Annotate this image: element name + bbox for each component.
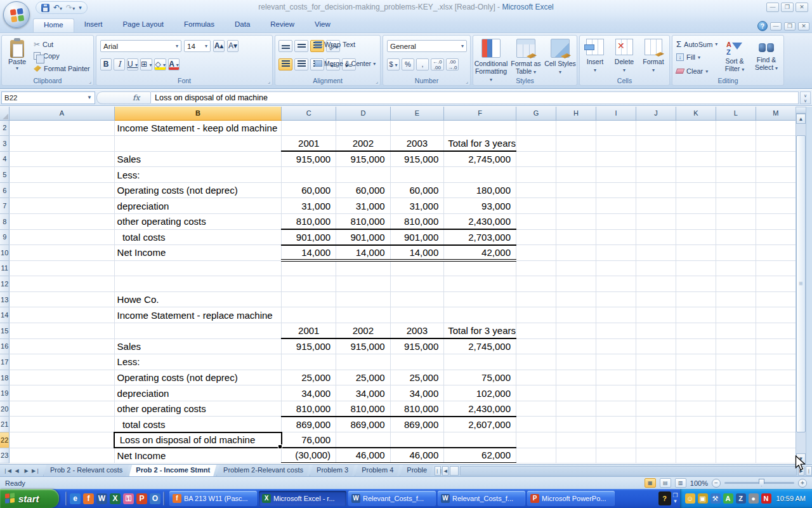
firefox-icon[interactable]: f [83,493,94,504]
fill-button[interactable]: ↓Fill▾ [676,53,700,61]
format-as-table-button[interactable]: Format as Table ▾ [509,39,543,76]
cell-A13[interactable] [10,291,114,307]
keys-icon[interactable]: ⚿ [123,493,134,504]
cell-B19[interactable]: depreciation [114,385,282,401]
cell-E11[interactable] [390,260,444,276]
cell-B9[interactable]: total costs [114,229,282,245]
cell-D23[interactable]: 46,000 [336,448,391,464]
start-button[interactable]: start [0,489,59,508]
align-center-button[interactable] [294,58,308,70]
cell-A19[interactable] [10,385,114,401]
cell-D19[interactable]: 34,000 [336,385,391,401]
cell-E6[interactable]: 60,000 [390,182,444,198]
shield-icon[interactable]: ▣ [698,493,708,504]
delete-cells-button[interactable]: Delete▾ [610,39,638,73]
undo-button[interactable]: ↶▾ [53,3,62,12]
name-box[interactable]: B22▼ [1,91,95,104]
cell-H22[interactable] [556,432,596,448]
clear-button[interactable]: Clear▾ [676,67,708,75]
cell-I20[interactable] [596,401,636,417]
cell-M11[interactable] [756,260,796,276]
cell-C5[interactable] [282,167,336,183]
horizontal-scroll-thumb[interactable] [450,466,459,476]
cell-J11[interactable] [636,260,676,276]
cell-E16[interactable]: 915,000 [390,338,444,354]
cell-K17[interactable] [676,354,716,370]
cell-I18[interactable] [596,370,636,385]
cell-I15[interactable] [596,323,636,339]
select-all-corner[interactable] [0,107,10,120]
cell-I7[interactable] [596,198,636,214]
ribbon-tab-page-layout[interactable]: Page Layout [112,18,174,32]
cell-G5[interactable] [516,167,556,183]
cell-B23[interactable]: Net Income [114,448,282,464]
sheet-tab-proble[interactable]: Proble [400,465,433,476]
cell-F7[interactable]: 93,000 [444,198,516,214]
comma-style-button[interactable]: , [416,58,429,70]
cell-C3[interactable]: 2001 [282,136,336,152]
restore-button[interactable]: ❐ [781,3,794,12]
cell-E22[interactable] [390,432,444,448]
cell-A16[interactable] [10,338,114,354]
row-header-19[interactable]: 19 [0,385,10,401]
cell-I14[interactable] [596,307,636,323]
cell-F13[interactable] [444,291,516,307]
redo-button[interactable]: ↷▾ [66,3,75,12]
insert-cells-button[interactable]: Insert▾ [581,39,609,73]
increase-decimal-button[interactable]: ←.0.00 [431,58,444,70]
column-header-F[interactable]: F [444,107,516,120]
cell-I23[interactable] [596,448,636,464]
workbook-restore-button[interactable]: ❐ [784,22,796,30]
row-header-10[interactable]: 10 [0,245,10,261]
cell-A12[interactable] [10,276,114,292]
cell-F2[interactable] [444,120,516,136]
cell-M22[interactable] [756,432,796,448]
cell-I5[interactable] [596,167,636,183]
font-color-button[interactable]: A ▾ [168,58,180,70]
align-left-button[interactable] [278,58,292,70]
cell-G13[interactable] [516,291,556,307]
cell-F8[interactable]: 2,430,000 [444,213,516,229]
number-format-select[interactable]: General▾ [387,40,467,52]
cell-F15[interactable]: Total for 3 years [444,323,516,339]
ribbon-tab-view[interactable]: View [304,18,341,32]
cell-B15[interactable] [114,323,282,339]
cell-I11[interactable] [596,260,636,276]
column-header-L[interactable]: L [716,107,756,120]
help-tray-icon[interactable]: ? [658,491,671,505]
sheet-tab-prob-2-relevant-costs[interactable]: Prob 2 - Relevant costs [43,465,129,476]
next-sheet-button[interactable]: ▶ [22,468,30,474]
cell-J23[interactable] [636,448,676,464]
first-sheet-button[interactable]: ❘◀ [3,468,11,474]
cell-J5[interactable] [636,167,676,183]
sheet-tab-prob-2-income-stmnt[interactable]: Prob 2 - Income Stmnt [129,465,216,476]
cell-styles-button[interactable]: Cell Styles ▾ [543,39,577,76]
cell-H8[interactable] [556,213,596,229]
row-header-15[interactable]: 15 [0,323,10,339]
cell-G8[interactable] [516,213,556,229]
zoom-slider[interactable] [724,482,794,484]
cell-F4[interactable]: 2,745,000 [444,151,516,167]
find-select-button[interactable]: Find & Select ▾ [751,41,782,72]
taskbar-window-5[interactable]: PMicrosoft PowerPo... [527,491,615,506]
cell-C13[interactable] [282,291,336,307]
fx-icon[interactable]: fx [133,93,140,102]
cell-A11[interactable] [10,260,114,276]
cell-H9[interactable] [556,229,596,245]
cell-J22[interactable] [636,432,676,448]
cell-K10[interactable] [676,245,716,261]
cell-G23[interactable] [516,448,556,464]
cell-B16[interactable]: Sales [114,338,282,354]
row-header-13[interactable]: 13 [0,291,10,307]
column-header-E[interactable]: E [390,107,444,120]
cell-B8[interactable]: other operating costs [114,213,282,229]
cell-F20[interactable]: 2,430,000 [444,401,516,417]
cell-E19[interactable]: 34,000 [390,385,444,401]
cell-M15[interactable] [756,323,796,339]
cell-B2[interactable]: Income Statement - keep old machine [114,120,282,136]
cell-B14[interactable]: Income Statement - replace machine [114,307,282,323]
cell-E2[interactable] [390,120,444,136]
grow-font-button[interactable]: A▴ [213,40,225,52]
ribbon-tab-data[interactable]: Data [225,18,260,32]
cell-F9[interactable]: 2,703,000 [444,229,516,245]
